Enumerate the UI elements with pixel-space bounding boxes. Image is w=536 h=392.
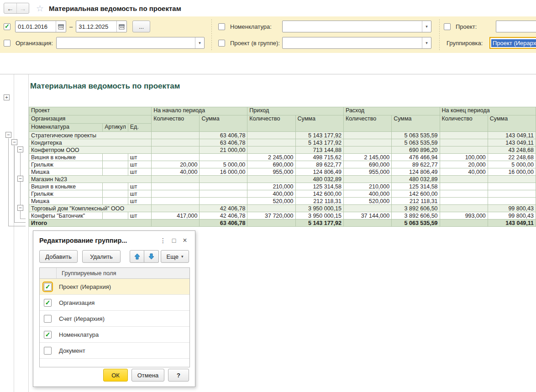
cell-value[interactable]: 993,000 (440, 212, 488, 220)
cell-value[interactable]: 3 892 606,50 (392, 212, 440, 220)
row-name[interactable]: Мишка (29, 168, 103, 176)
cell-value[interactable]: 690,000 (343, 161, 391, 168)
cell-value[interactable] (200, 190, 247, 198)
cell-value[interactable]: 43 248,68 (488, 146, 536, 154)
cell-value[interactable] (343, 176, 391, 183)
row-unit[interactable]: шт (128, 183, 151, 190)
dropdown-arrow-icon[interactable]: ▾ (195, 37, 204, 48)
cell-value[interactable]: 955,000 (247, 168, 295, 176)
grouping-field[interactable]: Проект (Иерарх (489, 37, 536, 49)
cell-value[interactable]: 99 800,43 (488, 205, 536, 212)
cell-value[interactable]: 690,000 (247, 161, 295, 168)
cell-value[interactable]: 125 314,58 (295, 183, 343, 190)
project-checkbox[interactable] (444, 23, 451, 30)
date-from-calendar-button[interactable] (56, 21, 65, 32)
cell-value[interactable]: 480 032,89 (295, 176, 343, 183)
cell-value[interactable] (152, 190, 200, 198)
cell-value[interactable]: 2 245,000 (247, 154, 295, 161)
row-unit[interactable]: шт (128, 198, 151, 205)
cell-value[interactable] (488, 190, 536, 198)
cell-value[interactable] (152, 205, 200, 212)
cell-value[interactable] (200, 198, 247, 205)
header-sum[interactable]: Сумма (200, 115, 247, 132)
cell-value[interactable] (343, 205, 391, 212)
cell-value[interactable] (247, 176, 295, 183)
cell-value[interactable] (247, 132, 295, 139)
field-checkbox[interactable]: ✓ (44, 283, 52, 291)
cell-value[interactable] (247, 205, 295, 212)
margin-splitter[interactable] (14, 74, 14, 392)
project-in-group-checkbox[interactable] (218, 40, 225, 47)
collapse-group-button[interactable]: − (17, 146, 23, 152)
cell-value[interactable] (152, 198, 200, 205)
row-unit[interactable]: шт (128, 190, 151, 198)
cell-value[interactable] (152, 183, 200, 190)
cell-value[interactable]: 5 063 535,59 (392, 132, 440, 139)
delete-button[interactable]: Удалить (82, 250, 121, 263)
grouping-field-row[interactable]: ✓Организация (40, 295, 189, 311)
field-checkbox[interactable]: ✓ (44, 331, 52, 339)
total-value[interactable]: 63 406,78 (200, 220, 247, 227)
cell-value[interactable] (440, 139, 488, 146)
add-button[interactable]: Добавить (39, 250, 78, 263)
total-label[interactable]: Итого (29, 220, 152, 227)
back-button[interactable]: ← (4, 3, 16, 13)
header-organization[interactable]: Организация (29, 115, 152, 124)
row-artikul[interactable] (103, 168, 128, 176)
cell-value[interactable]: 21 000,00 (200, 146, 247, 154)
dialog-menu-icon[interactable]: ⋮ (158, 237, 168, 244)
move-up-button[interactable] (130, 250, 144, 263)
cell-value[interactable] (247, 146, 295, 154)
date-from-field[interactable]: 01.01.2016 (15, 21, 66, 32)
row-artikul[interactable] (103, 190, 128, 198)
header-group-1[interactable]: Приход (247, 107, 344, 115)
row-name[interactable]: Кондитерка (29, 139, 152, 146)
header-qty[interactable]: Количество (152, 115, 200, 132)
cell-value[interactable] (200, 176, 247, 183)
cell-value[interactable]: 143 049,11 (488, 132, 536, 139)
cell-value[interactable]: 125 314,58 (392, 183, 440, 190)
header-qty[interactable]: Количество (440, 115, 488, 132)
cell-value[interactable]: 498 715,62 (295, 154, 343, 161)
cell-value[interactable]: 100,000 (440, 154, 488, 161)
cell-value[interactable]: 3 950 000,15 (295, 212, 343, 220)
cell-value[interactable]: 63 406,78 (200, 132, 247, 139)
cell-value[interactable] (343, 146, 391, 154)
collapse-group-button[interactable]: − (17, 205, 23, 211)
field-checkbox[interactable] (44, 315, 52, 323)
header-sum[interactable]: Сумма (392, 115, 440, 132)
cell-value[interactable]: 89 622,77 (295, 161, 343, 168)
cell-value[interactable] (488, 176, 536, 183)
cell-value[interactable] (152, 146, 200, 154)
period-more-button[interactable]: ... (132, 21, 150, 32)
project-in-group-field[interactable]: ▾ (282, 37, 431, 49)
row-name[interactable]: Вишня в коньяке (29, 154, 103, 161)
grouping-field-row[interactable]: Счет (Иерархия) (40, 311, 189, 327)
row-artikul[interactable] (103, 212, 128, 220)
row-name[interactable]: Мишка (29, 198, 103, 205)
dropdown-arrow-icon[interactable]: ▾ (422, 37, 431, 48)
cell-value[interactable]: 20,000 (152, 161, 200, 168)
total-value[interactable] (440, 220, 488, 227)
cell-value[interactable]: 417,000 (152, 212, 200, 220)
header-sum[interactable]: Сумма (488, 115, 536, 132)
row-artikul[interactable] (103, 161, 128, 168)
total-value[interactable] (343, 220, 391, 227)
cell-value[interactable]: 142 600,00 (392, 190, 440, 198)
cell-value[interactable] (152, 139, 200, 146)
row-name[interactable]: Торговый дом "Комплексный" ООО (29, 205, 152, 212)
row-unit[interactable]: шт (128, 161, 151, 168)
total-value[interactable]: 5 063 535,59 (392, 220, 440, 227)
cell-value[interactable]: 99 800,43 (488, 212, 536, 220)
cell-value[interactable] (152, 154, 200, 161)
cell-value[interactable]: 37 720,000 (247, 212, 295, 220)
dropdown-arrow-icon[interactable]: ▾ (422, 21, 431, 32)
organization-field[interactable]: ▾ (56, 37, 205, 49)
header-qty[interactable]: Количество (247, 115, 295, 132)
cell-value[interactable] (440, 190, 488, 198)
cell-value[interactable]: 42 406,78 (200, 205, 247, 212)
cell-value[interactable] (440, 146, 488, 154)
cell-value[interactable] (343, 139, 391, 146)
cell-value[interactable] (440, 132, 488, 139)
collapse-group-button[interactable]: − (5, 132, 11, 138)
